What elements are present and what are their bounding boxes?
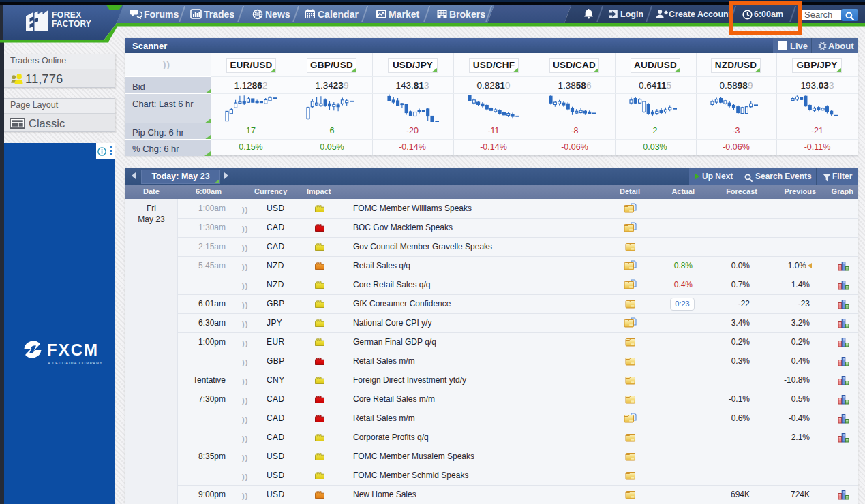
svg-text:FXCM: FXCM <box>47 341 99 359</box>
svg-text:FACTORY: FACTORY <box>52 19 91 29</box>
svg-text:A LEUCADIA COMPANY: A LEUCADIA COMPANY <box>48 361 103 365</box>
